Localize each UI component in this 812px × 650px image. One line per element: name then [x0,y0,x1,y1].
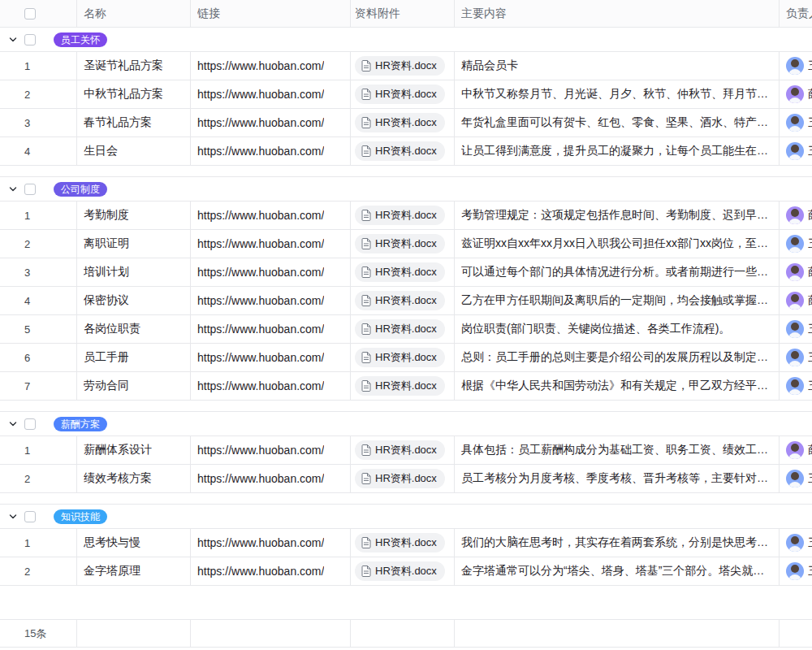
group-checkbox[interactable] [24,418,36,430]
link-text[interactable]: https://www.huoban.com/ [197,88,324,101]
content-cell[interactable]: 金字塔通常可以分为“塔尖、塔身、塔基”三个部分。塔尖就… [455,557,780,585]
attachment-chip[interactable]: HR资料.docx [355,561,445,581]
owner-cell[interactable]: 三 [780,137,812,165]
chevron-down-icon[interactable] [8,512,18,522]
owner-cell[interactable]: 薛 [780,202,812,229]
name-cell[interactable]: 考勤制度 [77,202,191,229]
attachment-chip[interactable]: HR资料.docx [355,56,445,76]
content-cell[interactable]: 乙方在甲方任职期间及离职后的一定期间，均会接触或掌握… [455,287,780,314]
link-cell[interactable]: https://www.huoban.com/ [191,202,351,229]
owner-cell[interactable]: 薛 [780,80,812,108]
link-text[interactable]: https://www.huoban.com/ [197,536,324,549]
link-cell[interactable]: https://www.huoban.com/ [191,557,351,585]
content-cell[interactable]: 可以通过每个部门的具体情况进行分析。或者前期进行一些… [455,258,780,286]
link-cell[interactable]: https://www.huoban.com/ [191,230,351,258]
owner-cell[interactable]: 薛 [780,258,812,286]
content-cell[interactable]: 考勤管理规定：这项规定包括作息时间、考勤制度、迟到早… [455,202,780,229]
link-text[interactable]: https://www.huoban.com/ [197,116,324,129]
content-cell[interactable]: 我们的大脑在思考时，其实存在着两套系统，分别是快思考… [455,529,780,557]
chevron-down-icon[interactable] [8,184,18,194]
name-cell[interactable]: 各岗位职责 [77,315,191,343]
attachment-cell[interactable]: HR资料.docx [351,465,455,492]
group-checkbox[interactable] [24,184,36,195]
content-cell[interactable]: 员工考核分为月度考核、季度考核、晋升考核等，主要针对… [455,465,780,492]
attachment-chip[interactable]: HR资料.docx [355,141,445,161]
link-text[interactable]: https://www.huoban.com/ [197,237,324,250]
chevron-down-icon[interactable] [8,419,18,429]
attachment-cell[interactable]: HR资料.docx [351,557,455,585]
name-cell[interactable]: 薪酬体系设计 [77,436,191,464]
attachment-chip[interactable]: HR资料.docx [355,84,445,104]
link-cell[interactable]: https://www.huoban.com/ [191,52,351,80]
select-all-checkbox[interactable] [24,8,36,20]
column-header-link[interactable]: 链接 [191,0,351,27]
owner-cell[interactable]: 三 [780,344,812,371]
group-checkbox[interactable] [24,34,36,46]
name-cell[interactable]: 中秋节礼品方案 [77,80,191,108]
link-text[interactable]: https://www.huoban.com/ [197,351,324,364]
link-text[interactable]: https://www.huoban.com/ [197,565,324,578]
link-cell[interactable]: https://www.huoban.com/ [191,80,351,108]
owner-cell[interactable]: 三 [780,465,812,492]
column-header-content[interactable]: 主要内容 [455,0,780,27]
link-text[interactable]: https://www.huoban.com/ [197,145,324,158]
name-cell[interactable]: 生日会 [77,137,191,165]
name-cell[interactable]: 春节礼品方案 [77,109,191,136]
content-cell[interactable]: 中秋节又称祭月节、月光诞、月夕、秋节、仲秋节、拜月节… [455,80,780,108]
name-cell[interactable]: 员工手册 [77,344,191,371]
chevron-down-icon[interactable] [8,35,18,45]
name-cell[interactable]: 保密协议 [77,287,191,314]
attachment-cell[interactable]: HR资料.docx [351,315,455,343]
owner-cell[interactable]: 薛 [780,436,812,464]
owner-cell[interactable]: 三 [780,529,812,557]
owner-cell[interactable]: 三 [780,109,812,136]
content-cell[interactable]: 总则：员工手册的总则主要是介绍公司的发展历程以及制定… [455,344,780,371]
attachment-cell[interactable]: HR资料.docx [351,529,455,557]
attachment-cell[interactable]: HR资料.docx [351,344,455,371]
attachment-cell[interactable]: HR资料.docx [351,137,455,165]
owner-cell[interactable]: 三 [780,557,812,585]
content-cell[interactable]: 根据《中华人民共和国劳动法》和有关规定，甲乙双方经平… [455,372,780,400]
column-header-attachment[interactable]: 资料附件 [351,0,455,27]
attachment-chip[interactable]: HR资料.docx [355,206,445,225]
column-header-owner[interactable]: 负责人 [780,0,812,27]
content-cell[interactable]: 精品会员卡 [455,52,780,80]
link-text[interactable]: https://www.huoban.com/ [197,323,324,336]
name-cell[interactable]: 圣诞节礼品方案 [77,52,191,80]
attachment-cell[interactable]: HR资料.docx [351,109,455,136]
owner-cell[interactable]: 三 [780,230,812,258]
attachment-cell[interactable]: HR资料.docx [351,80,455,108]
attachment-cell[interactable]: HR资料.docx [351,436,455,464]
link-cell[interactable]: https://www.huoban.com/ [191,258,351,286]
content-cell[interactable]: 让员工得到满意度，提升员工的凝聚力，让每个员工能生在… [455,137,780,165]
attachment-chip[interactable]: HR资料.docx [355,469,445,488]
link-cell[interactable]: https://www.huoban.com/ [191,436,351,464]
attachment-chip[interactable]: HR资料.docx [355,440,445,460]
attachment-chip[interactable]: HR资料.docx [355,113,445,132]
link-text[interactable]: https://www.huoban.com/ [197,379,324,392]
attachment-cell[interactable]: HR资料.docx [351,258,455,286]
content-cell[interactable]: 年货礼盒里面可以有贺卡、红包、零食、坚果、酒水、特产… [455,109,780,136]
attachment-chip[interactable]: HR资料.docx [355,262,445,282]
link-text[interactable]: https://www.huoban.com/ [197,59,324,72]
name-cell[interactable]: 劳动合同 [77,372,191,400]
link-cell[interactable]: https://www.huoban.com/ [191,287,351,314]
group-checkbox[interactable] [24,511,36,522]
link-cell[interactable]: https://www.huoban.com/ [191,137,351,165]
attachment-chip[interactable]: HR资料.docx [355,376,445,396]
content-cell[interactable]: 兹证明xx自xx年xx月xx日入职我公司担任xx部门xx岗位，至… [455,230,780,258]
attachment-chip[interactable]: HR资料.docx [355,348,445,367]
name-cell[interactable]: 绩效考核方案 [77,465,191,492]
link-text[interactable]: https://www.huoban.com/ [197,294,324,307]
link-cell[interactable]: https://www.huoban.com/ [191,344,351,371]
attachment-chip[interactable]: HR资料.docx [355,319,445,339]
owner-cell[interactable]: 三 [780,315,812,343]
owner-cell[interactable]: 三 [780,372,812,400]
column-header-name[interactable]: 名称 [77,0,191,27]
attachment-chip[interactable]: HR资料.docx [355,234,445,254]
link-text[interactable]: https://www.huoban.com/ [197,209,324,222]
name-cell[interactable]: 思考快与慢 [77,529,191,557]
link-text[interactable]: https://www.huoban.com/ [197,444,324,457]
content-cell[interactable]: 岗位职责(部门职责、关键岗位描述、各类工作流程)。 [455,315,780,343]
content-cell[interactable]: 具体包括：员工薪酬构成分为基础工资、职务工资、绩效工… [455,436,780,464]
